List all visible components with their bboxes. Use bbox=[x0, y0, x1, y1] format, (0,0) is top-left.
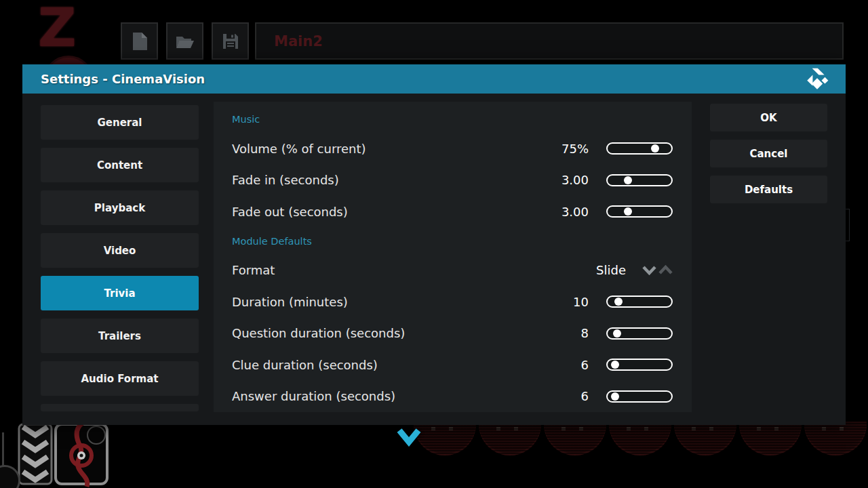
setting-label: Fade in (seconds) bbox=[232, 173, 339, 187]
settings-row-fade-in-seconds[interactable]: Fade in (seconds) 3.00 bbox=[214, 165, 692, 197]
settings-row-format[interactable]: Format Slide bbox=[214, 255, 692, 287]
background-name-field-text: Main2 bbox=[274, 33, 323, 49]
film-strip-art bbox=[14, 423, 112, 488]
setting-value: 10 bbox=[532, 295, 589, 309]
setting-label: Question duration (seconds) bbox=[232, 326, 405, 340]
settings-row-fade-out-seconds[interactable]: Fade out (seconds) 3.00 bbox=[214, 196, 692, 228]
slider-knob[interactable] bbox=[624, 176, 632, 184]
action-button-label: Defaults bbox=[745, 184, 793, 196]
sidebar-item-partial[interactable] bbox=[41, 404, 199, 411]
save-button[interactable] bbox=[212, 22, 249, 60]
slider-knob[interactable] bbox=[611, 361, 619, 369]
section-header-label: Module Defaults bbox=[232, 236, 312, 247]
new-file-icon bbox=[131, 32, 149, 51]
sidebar-item-trivia[interactable]: Trivia bbox=[41, 276, 199, 310]
sidebar-item-label: Trivia bbox=[104, 287, 135, 300]
setting-label: Answer duration (seconds) bbox=[232, 389, 395, 403]
slider-track[interactable] bbox=[606, 390, 673, 403]
sidebar-item-label: Content bbox=[97, 159, 142, 171]
settings-row-volume-of-current[interactable]: Volume (% of current) 75% bbox=[214, 133, 692, 165]
setting-label: Volume (% of current) bbox=[232, 142, 366, 156]
sidebar-item-label: Audio Format bbox=[81, 373, 159, 385]
spinner-control bbox=[642, 265, 673, 275]
sidebar-item-general[interactable]: General bbox=[41, 105, 199, 140]
settings-dialog: Settings - CinemaVision General Content … bbox=[22, 64, 846, 425]
sidebar-item-video[interactable]: Video bbox=[41, 233, 199, 268]
slider-knob[interactable] bbox=[613, 329, 621, 338]
dialog-title: Settings - CinemaVision bbox=[41, 72, 205, 86]
sidebar-item-label: Trailers bbox=[98, 330, 141, 342]
setting-value: 6 bbox=[532, 358, 589, 372]
slider-knob[interactable] bbox=[614, 298, 623, 306]
section-header-music: Music bbox=[214, 106, 692, 133]
ok-button[interactable]: OK bbox=[710, 104, 827, 131]
sidebar-item-content[interactable]: Content bbox=[41, 148, 199, 182]
setting-value: Slide bbox=[596, 263, 626, 277]
sidebar: General Content Playback Video Trivia Tr… bbox=[41, 105, 199, 411]
setting-label: Clue duration (seconds) bbox=[232, 358, 378, 372]
sidebar-item-label: General bbox=[98, 117, 142, 129]
scroll-down-icon[interactable] bbox=[397, 428, 421, 447]
open-file-button[interactable] bbox=[166, 22, 203, 60]
screen: Z Main2 bbox=[0, 0, 868, 488]
background-right-fragment bbox=[845, 209, 850, 241]
settings-panel: Music Volume (% of current) 75% Fade in … bbox=[214, 102, 692, 412]
action-button-label: OK bbox=[760, 112, 776, 124]
section-header-module-defaults: Module Defaults bbox=[214, 228, 692, 255]
dialog-actions: OK Cancel Defaults bbox=[710, 104, 827, 203]
background-name-field[interactable]: Main2 bbox=[255, 22, 844, 60]
settings-row-answer-duration-seconds[interactable]: Answer duration (seconds) 6 bbox=[214, 381, 692, 413]
section-header-label: Music bbox=[232, 114, 260, 125]
slider-track[interactable] bbox=[606, 327, 673, 340]
action-button-label: Cancel bbox=[749, 148, 787, 160]
background-scallop-art bbox=[414, 422, 868, 464]
slider-knob[interactable] bbox=[624, 207, 632, 216]
sidebar-item-audio-format[interactable]: Audio Format bbox=[41, 361, 199, 396]
dialog-titlebar: Settings - CinemaVision bbox=[22, 64, 846, 94]
open-folder-icon bbox=[175, 33, 195, 49]
slider-track[interactable] bbox=[606, 174, 673, 186]
defaults-button[interactable]: Defaults bbox=[710, 176, 827, 203]
setting-value: 8 bbox=[532, 326, 589, 340]
setting-value: 75% bbox=[532, 142, 589, 156]
sidebar-item-playback[interactable]: Playback bbox=[41, 190, 199, 225]
setting-label: Fade out (seconds) bbox=[232, 205, 348, 219]
setting-value: 3.00 bbox=[532, 173, 589, 187]
setting-label: Format bbox=[232, 263, 275, 277]
slider-track[interactable] bbox=[606, 359, 673, 371]
slider-knob[interactable] bbox=[651, 144, 659, 152]
settings-row-question-duration-seconds[interactable]: Question duration (seconds) 8 bbox=[214, 318, 692, 350]
setting-value: 3.00 bbox=[532, 205, 589, 219]
kodi-logo bbox=[805, 67, 829, 92]
setting-value: 6 bbox=[532, 389, 589, 403]
settings-row-clue-duration-seconds[interactable]: Clue duration (seconds) 6 bbox=[214, 349, 692, 381]
chevron-down-icon[interactable] bbox=[642, 265, 656, 275]
sidebar-item-label: Video bbox=[104, 245, 136, 257]
slider-track[interactable] bbox=[606, 205, 673, 218]
new-file-button[interactable] bbox=[121, 22, 158, 60]
setting-label: Duration (minutes) bbox=[232, 295, 348, 309]
sidebar-item-label: Playback bbox=[94, 202, 145, 214]
settings-row-duration-minutes[interactable]: Duration (minutes) 10 bbox=[214, 286, 692, 318]
slider-knob[interactable] bbox=[611, 392, 619, 401]
chevron-up-icon[interactable] bbox=[658, 265, 673, 275]
save-icon bbox=[222, 33, 239, 50]
slider-track[interactable] bbox=[606, 296, 673, 308]
sidebar-item-trailers[interactable]: Trailers bbox=[41, 319, 199, 353]
cancel-button[interactable]: Cancel bbox=[710, 140, 827, 167]
slider-track[interactable] bbox=[606, 142, 673, 155]
background-logo-z: Z bbox=[38, 1, 75, 54]
